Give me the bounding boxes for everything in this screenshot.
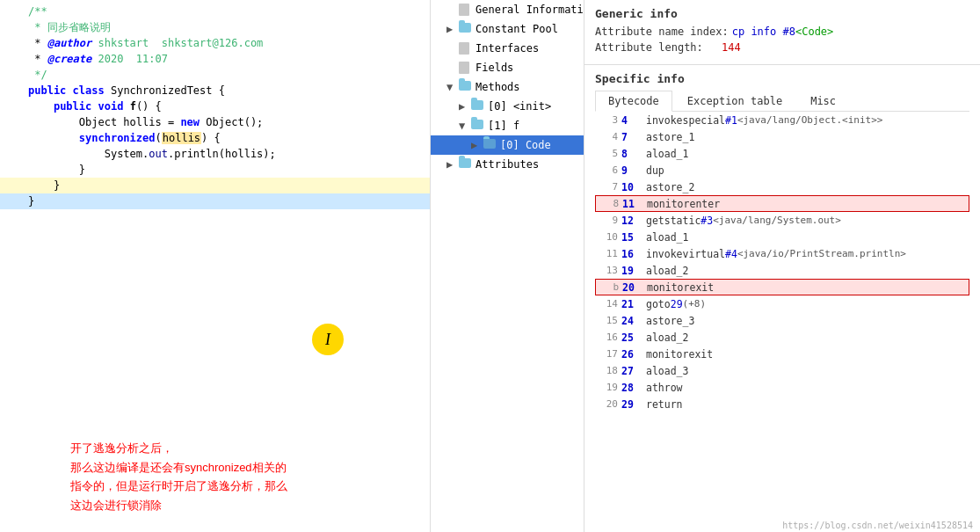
tree-arrow [446, 4, 459, 16]
attr-name-link[interactable]: cp info #8 [732, 26, 795, 38]
bc-instr: aload_2 [646, 265, 688, 277]
tree-item-attributes[interactable]: ▶ Attributes [431, 155, 584, 174]
code-line-6: public class SynchronizedTest { [0, 83, 430, 98]
bc-linenum: 3 [599, 114, 618, 126]
code-line-13: } [0, 193, 430, 209]
bc-instr: invokevirtual [646, 248, 725, 260]
bc-linenum: 4 [599, 131, 618, 142]
bc-comment: (+8) [683, 298, 707, 310]
bc-index: 27 [621, 365, 641, 377]
bc-linenum: 14 [599, 298, 618, 310]
tree-arrow-code: ▶ [471, 139, 483, 151]
tree-item-init[interactable]: ▶ [0] <init> [431, 97, 584, 116]
attr-length-row: Attribute length: 144 [595, 41, 969, 54]
bc-instr: monitorexit [646, 348, 713, 361]
bc-instr: return [646, 398, 683, 411]
tree-item-methods[interactable]: ▼ Methods [431, 77, 584, 97]
tree-label-interfaces: Interfaces [475, 42, 539, 55]
tree-arrow-init: ▶ [459, 100, 471, 113]
code-line-12: } [0, 178, 430, 193]
annotation-text: 开了逃逸分析之后， 那么这边编译是还会有synchronized相关的 指令的，… [70, 439, 343, 514]
bc-instr: aload_1 [646, 148, 688, 160]
tree-item-constant-pool[interactable]: ▶ Constant Pool [431, 19, 584, 39]
bc-comment: <java/io/PrintStream.println> [737, 248, 906, 259]
code-line-7: public void f() { [0, 98, 430, 114]
tree-label-general-info: General Information [475, 4, 584, 16]
bc-index: 12 [621, 215, 641, 227]
bc-comment: <java/lang/Object.<init>> [737, 114, 883, 126]
tab-bytecode[interactable]: Bytecode [595, 91, 672, 112]
tree-item-fields[interactable]: Fields [431, 58, 584, 77]
bc-linenum: 10 [599, 231, 618, 243]
bc-instr: aload_2 [646, 332, 688, 344]
tab-exception[interactable]: Exception table [674, 91, 795, 111]
tree-arrow-constant-pool: ▶ [446, 23, 459, 35]
tree-arrow-f: ▼ [459, 120, 471, 132]
tab-misc[interactable]: Misc [797, 91, 849, 111]
code-line-10: System.out.println(hollis); [0, 146, 430, 162]
tree-item-method-f[interactable]: ▼ [1] f [431, 116, 584, 135]
bc-linenum: 20 [599, 398, 618, 410]
bc-instr: monitorexit [647, 281, 714, 294]
bc-instr: goto [646, 298, 671, 310]
bytecode-row: 710astore_2 [595, 179, 969, 195]
bc-index: 20 [622, 281, 642, 294]
tree-label-code: [0] Code [500, 139, 551, 151]
tree-panel: General Information ▶ Constant Pool Inte… [431, 0, 584, 532]
tree-arrow-interfaces [446, 42, 459, 55]
cursor-indicator: I [312, 324, 344, 355]
bytecode-row: 1524astore_3 [595, 312, 969, 329]
tree-label-methods: Methods [475, 81, 520, 93]
tree-arrow-methods: ▼ [446, 81, 459, 93]
bc-index: 8 [621, 148, 641, 160]
bc-index: 10 [621, 181, 641, 193]
tree-label-attributes: Attributes [475, 158, 539, 171]
tree-item-code[interactable]: ▶ [0] Code [431, 135, 584, 155]
bc-instr: aload_1 [646, 231, 688, 244]
bc-linenum: 15 [599, 315, 618, 326]
tree-label-fields: Fields [475, 62, 513, 74]
folder-icon-f [471, 120, 485, 132]
bc-linenum: 18 [599, 365, 618, 376]
tree-label-f: [1] f [488, 120, 519, 132]
code-line-8: Object hollis = new Object(); [0, 114, 430, 130]
code-line-11: } [0, 162, 430, 178]
code-line-5: */ [0, 67, 430, 83]
bc-ref: #1 [725, 114, 737, 127]
file-icon [459, 4, 473, 16]
bc-instr: dup [646, 164, 664, 177]
bc-linenum: 5 [599, 148, 618, 159]
bytecode-table[interactable]: 34invokespecial #1 <java/lang/Object.<in… [595, 112, 969, 519]
folder-icon-code [483, 139, 497, 151]
bytecode-row: 2029return [595, 396, 969, 412]
bc-instr: aload_3 [646, 365, 688, 377]
bc-instr: astore_2 [646, 181, 694, 193]
bytecode-row: 1015aload_1 [595, 229, 969, 245]
bc-index: 4 [621, 114, 641, 127]
watermark: https://blog.csdn.net/weixin41528514 [584, 519, 980, 532]
generic-info-title: Generic info [595, 7, 969, 20]
bytecode-row: 1928athrow [595, 379, 969, 396]
bc-instr: athrow [646, 382, 683, 394]
bytecode-row: 1421goto 29 (+8) [595, 295, 969, 312]
file-icon-interfaces [459, 42, 473, 55]
bc-ref: 29 [671, 298, 683, 310]
bc-linenum: 8 [599, 198, 619, 209]
bc-index: 21 [621, 298, 641, 310]
bc-instr: invokespecial [646, 114, 725, 127]
bc-index: 11 [622, 198, 642, 210]
bytecode-row: 1116invokevirtual #4 <java/io/PrintStrea… [595, 245, 969, 262]
code-line-2: * 同步省略说明 [0, 19, 430, 35]
tree-label-constant-pool: Constant Pool [475, 23, 558, 35]
bc-index: 15 [621, 231, 641, 244]
bc-index: 25 [621, 332, 641, 344]
tree-item-interfaces[interactable]: Interfaces [431, 39, 584, 58]
bc-linenum: 13 [599, 265, 618, 276]
bytecode-row: 47astore_1 [595, 128, 969, 145]
tree-item-general-info[interactable]: General Information [431, 0, 584, 19]
bc-linenum: 19 [599, 382, 618, 393]
bc-linenum: 7 [599, 181, 618, 193]
bc-instr: astore_3 [646, 315, 694, 327]
folder-icon-constant-pool [459, 23, 473, 35]
bytecode-row: b20monitorexit [595, 279, 969, 295]
